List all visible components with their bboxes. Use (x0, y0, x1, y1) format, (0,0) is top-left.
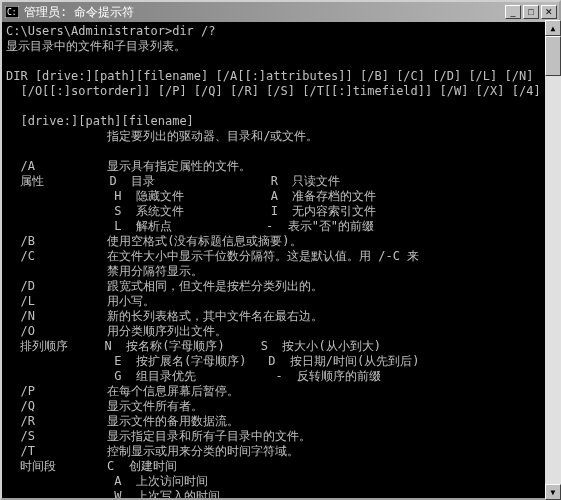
output-line: G 组目录优先 - 反转顺序的前缀 (6, 369, 381, 383)
scroll-up-button[interactable]: ▲ (545, 20, 561, 36)
output-line: /D 跟宽式相同，但文件是按栏分类列出的。 (6, 279, 323, 293)
console-output[interactable]: C:\Users\Administrator>dir /? 显示目录中的文件和子… (2, 22, 559, 498)
output-line: [drive:][path][filename] (6, 114, 194, 128)
vertical-scrollbar[interactable]: ▲ ▼ (545, 20, 561, 500)
titlebar[interactable]: C: 管理员: 命令提示符 _ □ ✕ (2, 2, 559, 22)
output-line: E 按扩展名(字母顺序) D 按日期/时间(从先到后) (6, 354, 420, 368)
output-line: DIR [drive:][path][filename] [/A[[:]attr… (6, 69, 533, 83)
output-line: H 隐藏文件 A 准备存档的文件 (6, 189, 376, 203)
prompt-text: C:\Users\Administrator> (6, 24, 172, 38)
output-line: /N 新的长列表格式，其中文件名在最右边。 (6, 309, 323, 323)
output-line: 显示目录中的文件和子目录列表。 (6, 39, 186, 53)
output-line: 禁用分隔符显示。 (6, 264, 203, 278)
output-line: [/O[[:]sortorder]] [/P] [/Q] [/R] [/S] [… (6, 84, 541, 98)
command-text: dir /? (172, 24, 215, 38)
scroll-thumb[interactable] (545, 36, 561, 76)
output-line: /T 控制显示或用来分类的时间字符域。 (6, 444, 299, 458)
scroll-down-button[interactable]: ▼ (545, 484, 561, 500)
minimize-button[interactable]: _ (505, 5, 521, 19)
output-line: 排列顺序 N 按名称(字母顺序) S 按大小(从小到大) (6, 339, 381, 353)
output-line: S 系统文件 I 无内容索引文件 (6, 204, 376, 218)
output-line: /A 显示具有指定属性的文件。 (6, 159, 251, 173)
output-line: W 上次写入的时间 (6, 489, 220, 498)
close-button[interactable]: ✕ (541, 5, 557, 19)
scroll-track[interactable] (545, 36, 561, 484)
output-line: L 解析点 - 表示"否"的前缀 (6, 219, 374, 233)
output-line: /P 在每个信息屏幕后暂停。 (6, 384, 239, 398)
output-line: /B 使用空格式(没有标题信息或摘要)。 (6, 234, 302, 248)
output-line: /Q 显示文件所有者。 (6, 399, 203, 413)
output-line: /C 在文件大小中显示千位数分隔符。这是默认值。用 /-C 来 (6, 249, 419, 263)
window-title: 管理员: 命令提示符 (24, 4, 505, 21)
output-line: 时间段 C 创建时间 (6, 459, 177, 473)
output-line: /S 显示指定目录和所有子目录中的文件。 (6, 429, 311, 443)
output-line: /O 用分类顺序列出文件。 (6, 324, 227, 338)
app-icon: C: (4, 4, 20, 20)
output-line: /R 显示文件的备用数据流。 (6, 414, 239, 428)
maximize-button[interactable]: □ (523, 5, 539, 19)
titlebar-buttons: _ □ ✕ (505, 5, 557, 19)
output-line: 指定要列出的驱动器、目录和/或文件。 (6, 129, 318, 143)
svg-text:C:: C: (7, 8, 17, 17)
command-prompt-window: C: 管理员: 命令提示符 _ □ ✕ C:\Users\Administrat… (0, 0, 561, 500)
output-line: A 上次访问时间 (6, 474, 208, 488)
output-line: /L 用小写。 (6, 294, 155, 308)
output-line: 属性 D 目录 R 只读文件 (6, 174, 340, 188)
